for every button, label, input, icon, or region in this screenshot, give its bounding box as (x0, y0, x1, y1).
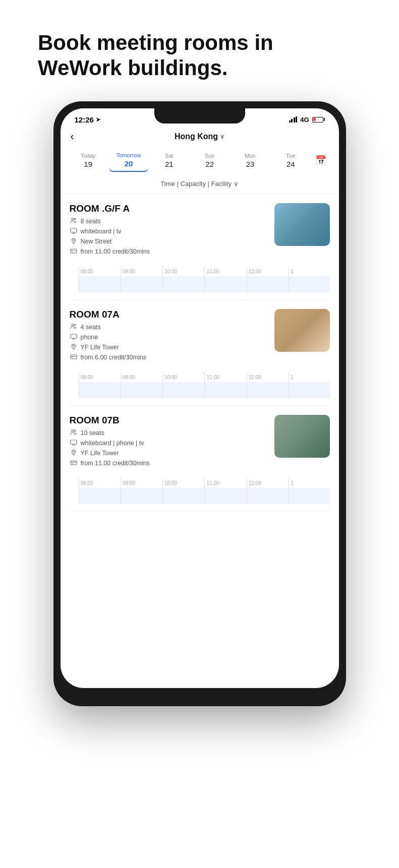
timeline-bar-3 (205, 382, 246, 398)
day-name-tomorrow: Tomorrow (117, 152, 141, 158)
price-label: from 11.00 credit/30mins (81, 460, 150, 467)
svg-point-10 (72, 429, 74, 431)
headline: Book meeting rooms in WeWork buildings. (38, 30, 361, 81)
status-icons: 4G (289, 116, 325, 123)
room-info: ROOM 07B 10 seats (70, 415, 268, 469)
price-icon (70, 459, 78, 468)
timeline-label-5: 1 (289, 269, 329, 274)
signal-icon (289, 116, 298, 122)
day-name-tue: Tue (286, 153, 296, 159)
day-num-tue: 24 (287, 160, 295, 168)
city-chevron-icon[interactable]: ∨ (220, 133, 224, 140)
time-display: 12:26 (75, 115, 94, 124)
filter-bar[interactable]: Time | Capacity | Facility ∨ (61, 177, 339, 194)
room-name-room-07a: ROOM 07A (70, 309, 268, 320)
timeline-slot-2: 10:00 (162, 373, 204, 398)
date-item-sun[interactable]: Sun 22 (190, 150, 229, 171)
timeline-label-2: 10:00 (163, 269, 204, 274)
timeline-bar-1 (121, 488, 162, 504)
location-label: YF Life Tower (81, 344, 119, 351)
svg-rect-12 (71, 440, 77, 444)
room-location-room-07b: YF Life Tower (70, 449, 268, 458)
timeline-label-0: 08:00 (79, 375, 121, 380)
timeline-slot-5: 1 (289, 267, 329, 292)
timeline-label-0: 08:00 (79, 269, 121, 274)
date-item-tue[interactable]: Tue 24 (271, 150, 310, 171)
room-price-room-07b: from 11.00 credit/30mins (70, 459, 268, 468)
svg-point-11 (74, 430, 76, 431)
price-label: from 11.00 credit/30mins (81, 248, 150, 255)
svg-point-8 (73, 345, 74, 346)
room-info: ROOM .G/F A 8 seats (70, 203, 268, 258)
day-num-sat: 21 (165, 160, 174, 168)
date-item-sat[interactable]: Sat 21 (149, 150, 189, 171)
timeline-bar-4 (247, 382, 289, 398)
room-name-room-07b: ROOM 07B (70, 415, 268, 426)
phone-notch (154, 108, 245, 123)
seats-icon (70, 323, 78, 332)
seats-icon (70, 429, 78, 438)
phone-shell: 12:26 ➤ 4G (53, 101, 346, 706)
timeline-bar-5 (289, 276, 329, 292)
date-item-today[interactable]: Today 19 (69, 150, 108, 171)
timeline-bar-0 (79, 382, 121, 398)
timeline-slot-5: 1 (289, 478, 329, 504)
seats-icon (70, 217, 78, 226)
room-top: ROOM 07B 10 seats (70, 415, 330, 469)
room-top: ROOM .G/F A 8 seats (70, 203, 330, 258)
room-card-room-07b[interactable]: ROOM 07B 10 seats (61, 406, 339, 512)
timeline-bar-5 (289, 488, 329, 504)
room-top: ROOM 07A 4 seats (70, 309, 330, 363)
timeline-bar-4 (247, 276, 289, 292)
seats-label: 4 seats (81, 324, 101, 331)
timeline-bar-4 (247, 488, 289, 504)
room-facilities-room-gfa: whiteboard | tv (70, 227, 268, 236)
timeline-slot-4: 12:00 (247, 373, 289, 398)
network-label: 4G (300, 116, 309, 123)
page-wrapper: Book meeting rooms in WeWork buildings. … (0, 0, 399, 868)
facilities-label: phone (81, 334, 98, 341)
timeline-bar-3 (205, 276, 246, 292)
phone-screen: 12:26 ➤ 4G (61, 108, 339, 688)
svg-rect-4 (71, 249, 77, 253)
timeline-bar-2 (163, 488, 204, 504)
timeline-slot-1: 09:00 (121, 478, 162, 504)
location-icon (70, 237, 78, 246)
location-arrow-icon: ➤ (96, 116, 100, 123)
timeline-bar-5 (289, 382, 329, 398)
day-num-sun: 22 (205, 160, 214, 168)
price-icon (70, 247, 78, 256)
back-button[interactable]: ‹ (71, 131, 74, 142)
location-label: New Street (81, 238, 112, 245)
day-name-sun: Sun (205, 153, 215, 159)
price-label: from 6.00 credit/30mins (81, 354, 147, 361)
day-name-sat: Sat (165, 153, 174, 159)
day-num-tomorrow: 20 (125, 159, 133, 168)
timeline-label-3: 11:00 (205, 375, 246, 380)
svg-point-3 (73, 239, 74, 240)
day-num-mon: 23 (246, 160, 255, 168)
timeline-room-07a: 08:00 09:00 10:00 11:00 (70, 368, 330, 406)
room-name-room-gfa: ROOM .G/F A (70, 203, 268, 214)
room-image-room-07a (274, 309, 330, 352)
calendar-icon[interactable]: 📅 (311, 153, 330, 168)
svg-point-5 (72, 324, 74, 326)
timeline-bar-2 (163, 382, 204, 398)
timeline-bar-3 (205, 488, 246, 504)
timeline-label-4: 12:00 (247, 375, 289, 380)
timeline-label-3: 11:00 (205, 480, 246, 486)
timeline-label-5: 1 (289, 480, 329, 486)
room-facilities-room-07a: phone (70, 333, 268, 342)
timeline-slot-4: 12:00 (247, 267, 289, 292)
room-card-room-gfa[interactable]: ROOM .G/F A 8 seats (61, 194, 339, 300)
battery-icon (312, 117, 325, 122)
location-icon (70, 343, 78, 352)
room-seats-room-gfa: 8 seats (70, 217, 268, 226)
date-item-mon[interactable]: Mon 23 (231, 150, 270, 171)
room-location-room-gfa: New Street (70, 237, 268, 246)
svg-rect-9 (71, 355, 77, 359)
room-price-room-gfa: from 11.00 credit/30mins (70, 247, 268, 256)
room-facilities-room-07b: whiteboard | phone | tv (70, 439, 268, 448)
room-card-room-07a[interactable]: ROOM 07A 4 seats (61, 300, 339, 406)
date-item-tomorrow[interactable]: Tomorrow 20 (109, 149, 148, 172)
